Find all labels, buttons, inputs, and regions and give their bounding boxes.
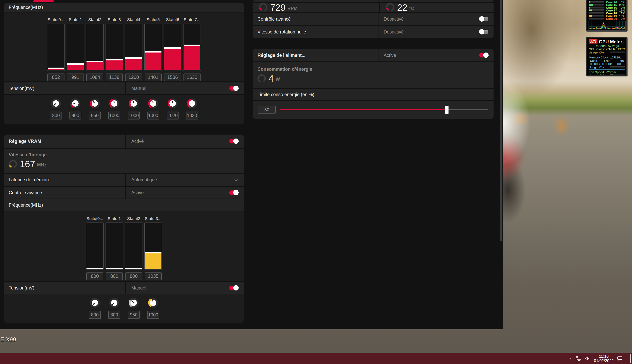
network-icon[interactable] [576, 356, 582, 361]
state-label: Statut5 [147, 16, 160, 22]
frequency-value-box[interactable]: 800 [125, 272, 142, 280]
voltage-knob[interactable] [70, 98, 80, 108]
tray-expand-chevron-icon[interactable] [567, 356, 572, 361]
frequency-bar[interactable] [144, 222, 162, 270]
voltage-knob[interactable] [51, 98, 61, 108]
voltage-value-box[interactable]: 800 [108, 311, 120, 319]
gpu-voltage-manual-toggle[interactable] [229, 86, 238, 90]
state-label: Statut3 [108, 16, 121, 22]
frequency-value-box[interactable]: 800 [86, 272, 103, 280]
slider-thumb[interactable] [445, 106, 449, 114]
frequency-bar[interactable] [125, 222, 142, 270]
chart-column: Statut7... 1630 [183, 16, 201, 81]
voltage-knob-column: 1020 [164, 98, 181, 120]
power-draw-block: Consommation d’énergie 4 W [253, 62, 494, 88]
gpu-voltage-row-value: Manuel [126, 82, 244, 94]
voltage-knob[interactable] [109, 98, 119, 108]
voltage-knob[interactable] [148, 298, 158, 308]
voltage-knob-column: 950 [86, 98, 104, 120]
gpu-meter-row: GPU Clock: 29MHz21°C [589, 47, 625, 51]
frequency-bar[interactable] [106, 222, 123, 270]
voltage-value-box[interactable]: 1030 [186, 112, 198, 120]
voltage-knob[interactable] [187, 98, 197, 108]
power-tuning-toggle[interactable] [479, 53, 488, 58]
voltage-knob[interactable] [129, 298, 139, 308]
voltage-knob[interactable] [90, 98, 100, 108]
voltage-value-box[interactable]: 900 [69, 112, 81, 120]
frequency-value-box[interactable]: 1035 [145, 272, 162, 280]
voltage-value-box[interactable]: 1000 [128, 112, 140, 120]
cpu-meter-widget[interactable]: Core 14 6% Core 15 28% Core 16 9% Core 1… [586, 0, 628, 32]
fan-card: 729 RPM 22 °C Contrôle avancé Désactivé [253, 0, 494, 38]
voltage-value-box[interactable]: 1000 [147, 311, 159, 319]
gpu-meter-text: Memory Clock: 167MHz [589, 56, 621, 59]
voltage-value-box[interactable]: 950 [128, 311, 140, 319]
frequency-bar[interactable] [125, 24, 142, 71]
frequency-bar[interactable] [183, 24, 201, 71]
zero-rpm-toggle[interactable] [479, 30, 488, 34]
memory-timing-dropdown[interactable]: Automatique [126, 174, 244, 186]
state-label: Statut1 [69, 16, 82, 22]
vram-tuning-toggle[interactable] [229, 139, 238, 144]
frequency-bar[interactable] [144, 24, 162, 71]
widget-divider [589, 55, 625, 55]
frequency-bar[interactable] [86, 24, 104, 71]
frequency-bar[interactable] [67, 24, 84, 71]
chart-column: Statut1 991 [67, 16, 84, 81]
voltage-knob[interactable] [90, 298, 100, 308]
state-label: Statut3... [145, 216, 161, 221]
frequency-value-box[interactable]: 1630 [183, 74, 201, 81]
voltage-value-box[interactable]: 1000 [108, 112, 120, 120]
fan-speed-unit: RPM [287, 6, 297, 11]
vram-row-label: Réglage VRAM [4, 134, 125, 148]
voltage-knob[interactable] [109, 298, 119, 308]
zero-rpm-value: Désactivé [379, 26, 494, 38]
slider-fill [280, 109, 447, 110]
usage-bar [610, 66, 625, 68]
frequency-value-box[interactable]: 991 [67, 74, 84, 81]
show-desktop-divider[interactable] [630, 354, 631, 363]
voltage-value-box[interactable]: 1000 [147, 112, 159, 120]
frequency-value-box[interactable]: 1401 [145, 74, 162, 81]
frequency-value-box[interactable]: 1084 [86, 74, 103, 81]
gpu-tuning-column: Fréquence(MHz) Statut0... 852 Statut1 99… [4, 0, 244, 323]
taskbar[interactable]: 11:10 01/02/2022 [0, 353, 632, 364]
fan-advanced-toggle[interactable] [479, 17, 488, 21]
vram-clock-gauge [9, 160, 17, 168]
vram-voltage-manual-toggle[interactable] [229, 286, 238, 290]
frequency-value-box[interactable]: 1536 [164, 74, 181, 81]
voltage-value-box[interactable]: 950 [89, 112, 101, 120]
power-limit-slider[interactable] [280, 109, 488, 110]
voltage-value-box[interactable]: 800 [50, 112, 62, 120]
frequency-value-box[interactable]: 852 [47, 74, 65, 81]
voltage-value-box[interactable]: 1020 [167, 112, 179, 120]
voltage-knob[interactable] [148, 98, 158, 108]
vram-frequency-chart: Statut0... 800 Statut1 800 Statut2 800 [4, 212, 244, 281]
voltage-knob-column: 900 [67, 98, 84, 120]
memory-table-row: UsedFreeTotal [589, 59, 625, 62]
fan-speed-gauge [259, 3, 267, 11]
music-note-icon[interactable]: ♪ [623, 40, 625, 44]
scrollbar[interactable] [500, 0, 502, 241]
voltage-knob[interactable] [168, 98, 178, 108]
speaker-icon[interactable] [585, 356, 590, 361]
memory-table-cell: 0.000B [613, 62, 625, 66]
gpu-meter-widget[interactable]: ATi GPU Meter ♪ Radeon RX Vega GPU Clock… [586, 37, 628, 76]
frequency-bar[interactable] [106, 24, 123, 71]
vram-advanced-value: Activé [126, 187, 244, 198]
frequency-bar[interactable] [47, 24, 65, 71]
frequency-value-box[interactable]: 1200 [125, 74, 142, 81]
voltage-knob-column: 1000 [125, 98, 143, 120]
power-limit-value-box[interactable]: 30 [258, 106, 276, 114]
vram-advanced-toggle[interactable] [229, 190, 238, 195]
voltage-knob[interactable] [129, 98, 139, 108]
chevron-down-icon[interactable] [234, 178, 238, 181]
voltage-value-box[interactable]: 800 [89, 311, 101, 319]
frequency-value-box[interactable]: 800 [106, 272, 123, 280]
frequency-bar[interactable] [86, 222, 104, 270]
notification-center-icon[interactable] [617, 356, 623, 361]
frequency-value-box[interactable]: 1138 [106, 74, 123, 81]
frequency-bar[interactable] [164, 24, 181, 71]
fan-power-column: 729 RPM 22 °C Contrôle avancé Désactivé [253, 0, 494, 119]
taskbar-clock[interactable]: 11:10 01/02/2022 [594, 354, 614, 363]
